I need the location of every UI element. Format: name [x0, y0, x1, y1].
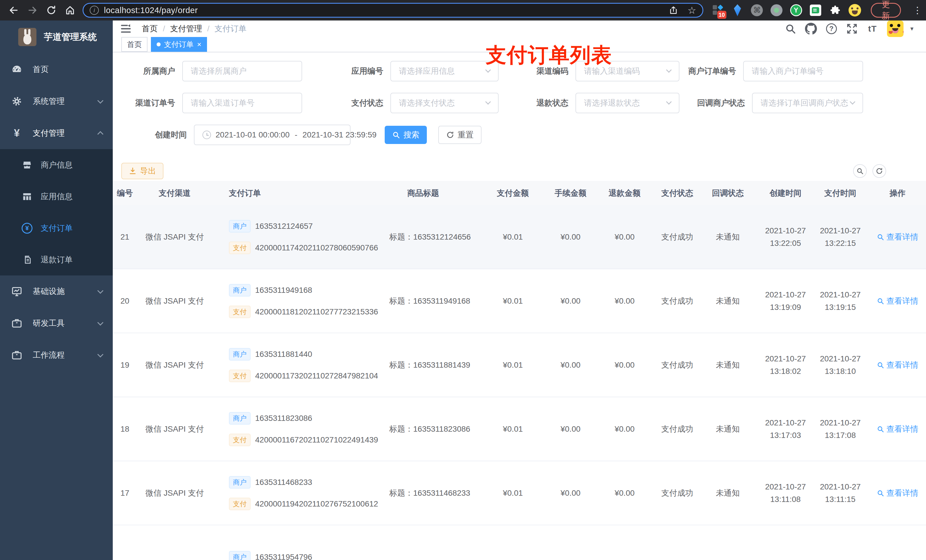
cell-action: 查看详情: [869, 461, 926, 525]
extension-grid-icon[interactable]: 10: [712, 4, 724, 17]
view-detail-link[interactable]: 查看详情: [877, 232, 918, 242]
sidebar-item-payment[interactable]: ¥ 支付管理: [0, 117, 113, 149]
sidebar-item-app-info[interactable]: 应用信息: [0, 181, 113, 212]
cell-create-time: 2021-10-2713:22:05: [759, 205, 812, 269]
pay-status-select[interactable]: 请选择支付状态: [390, 93, 499, 113]
field-label-create-time: 创建时间: [123, 130, 194, 140]
extension-y-icon[interactable]: Y: [790, 4, 802, 17]
cell-channel: 微信 JSAPI 支付: [137, 461, 212, 525]
browser-nav-buttons: [4, 5, 79, 16]
date-end-value[interactable]: 2021-10-31 23:59:59: [303, 130, 377, 139]
merchant-select-input[interactable]: [182, 61, 302, 82]
sidebar-item-label: 研发工具: [33, 318, 65, 329]
github-icon[interactable]: [805, 23, 817, 35]
date-start-value[interactable]: 2021-10-01 00:00:00: [216, 130, 290, 139]
cell-notify-status: 未通知: [696, 333, 759, 397]
close-icon[interactable]: ×: [197, 41, 201, 48]
search-button[interactable]: 搜索: [385, 126, 427, 144]
sidebar-item-workflow[interactable]: 工作流程: [0, 339, 113, 371]
font-size-icon[interactable]: tT: [867, 23, 878, 35]
cell-title: 标题：1635311823086: [371, 397, 476, 461]
sidebar-collapse-icon[interactable]: [120, 23, 132, 35]
help-icon[interactable]: ?: [826, 23, 837, 35]
chevron-down-icon: [485, 99, 491, 105]
col-header-pay-status: 支付状态: [658, 181, 696, 205]
export-button[interactable]: 导出: [121, 163, 163, 179]
extension-command-icon[interactable]: ⌘: [751, 4, 763, 17]
app-id-select[interactable]: 请选择应用信息: [390, 61, 499, 82]
cell-id: 17: [113, 461, 137, 525]
cell-id: 19: [113, 333, 137, 397]
sidebar-item-devtools[interactable]: 研发工具: [0, 307, 113, 339]
view-detail-link[interactable]: 查看详情: [877, 424, 918, 435]
extension-dot-icon[interactable]: [770, 4, 783, 17]
extension-chat-icon[interactable]: [809, 4, 822, 17]
breadcrumb-pay-manage[interactable]: 支付管理: [170, 23, 202, 34]
chevron-up-icon: [97, 131, 103, 137]
cell-pay-status: 支付成功: [658, 333, 696, 397]
filter-row-3: 创建时间 2021-10-01 00:00:00 - 2021-10-31 23…: [123, 125, 926, 145]
browser-toolbar: i localhost:1024/pay/order ☆ 10 ⌘ Y: [0, 0, 926, 21]
fullscreen-icon[interactable]: [846, 23, 858, 35]
sidebar-item-label: 系统管理: [33, 96, 65, 107]
browser-update-button[interactable]: 更新: [871, 3, 901, 18]
cell-action: 查看详情: [869, 269, 926, 333]
profile-avatar-icon[interactable]: [849, 4, 861, 17]
address-bar[interactable]: i localhost:1024/pay/order ☆: [83, 3, 703, 18]
browser-extensions: 10 ⌘ Y 更新 ⋮: [712, 3, 922, 18]
sidebar-item-system[interactable]: 系统管理: [0, 85, 113, 117]
cell-channel: 微信 JSAPI 支付: [137, 269, 212, 333]
cell-order-no: 商户1635311823086 支付4200001167202110271022…: [212, 397, 371, 461]
reload-icon[interactable]: [45, 5, 57, 16]
bookmark-star-icon[interactable]: ☆: [688, 5, 696, 15]
site-info-icon[interactable]: i: [90, 6, 99, 15]
col-header-order: 支付订单: [212, 181, 371, 205]
reset-button[interactable]: 重置: [438, 126, 481, 144]
col-header-refund: 退款金额: [591, 181, 658, 205]
refresh-icon[interactable]: [873, 164, 886, 178]
create-time-range-picker[interactable]: 2021-10-01 00:00:00 - 2021-10-31 23:59:5…: [194, 125, 351, 145]
tab-pay-order[interactable]: 支付订单 ×: [151, 37, 207, 52]
extensions-puzzle-icon[interactable]: [829, 4, 841, 17]
table-row: 21 微信 JSAPI 支付 商户1635312124657 支付4200001…: [113, 205, 926, 269]
sidebar-logo[interactable]: 芋道管理系统: [0, 21, 113, 53]
table-row-partial: 商户1635311954796: [113, 525, 926, 560]
merchant-order-no-input[interactable]: [743, 61, 863, 82]
extension-balloon-icon[interactable]: [731, 4, 744, 17]
channel-order-no-input[interactable]: [182, 93, 302, 113]
sidebar-item-infrastructure[interactable]: 基础设施: [0, 275, 113, 307]
cell-pay-time: 2021-10-2713:18:10: [812, 333, 869, 397]
breadcrumb-home[interactable]: 首页: [142, 23, 158, 34]
table-tools: [853, 164, 886, 178]
notify-status-select[interactable]: 请选择订单回调商户状态: [752, 93, 863, 113]
breadcrumb-current: 支付订单: [215, 23, 247, 34]
view-detail-link[interactable]: 查看详情: [877, 296, 918, 306]
browser-menu-icon[interactable]: ⋮: [913, 5, 922, 16]
share-icon[interactable]: [668, 5, 679, 16]
chevron-down-icon: [97, 98, 103, 104]
cell-action: 查看详情: [869, 397, 926, 461]
logo-image: [18, 28, 36, 46]
cell-id: 18: [113, 397, 137, 461]
home-icon[interactable]: [64, 5, 76, 16]
toggle-search-icon[interactable]: [853, 164, 867, 178]
sidebar-item-refund-order[interactable]: 退款订单: [0, 244, 113, 275]
document-copy-icon: [21, 255, 33, 265]
back-icon[interactable]: [8, 5, 20, 16]
tab-home[interactable]: 首页: [121, 37, 147, 52]
view-detail-link[interactable]: 查看详情: [877, 488, 918, 498]
search-icon[interactable]: [784, 23, 796, 35]
page-title-annotation: 支付订单列表: [486, 42, 612, 69]
view-detail-link[interactable]: 查看详情: [877, 360, 918, 370]
sidebar-item-home[interactable]: 首页: [0, 53, 113, 85]
forward-icon[interactable]: [27, 5, 38, 16]
refund-status-select[interactable]: 请选择退款状态: [575, 93, 679, 113]
avatar-caret-icon[interactable]: ▾: [910, 25, 914, 32]
avatar[interactable]: [887, 21, 903, 37]
sidebar-item-merchant-info[interactable]: 商户信息: [0, 149, 113, 181]
chevron-down-icon: [97, 320, 103, 326]
col-header-notify-status: 回调状态: [696, 181, 759, 205]
monitor-chart-icon: [11, 286, 23, 297]
sidebar-item-pay-order[interactable]: ¥ 支付订单: [0, 212, 113, 244]
clock-icon: [203, 131, 211, 139]
